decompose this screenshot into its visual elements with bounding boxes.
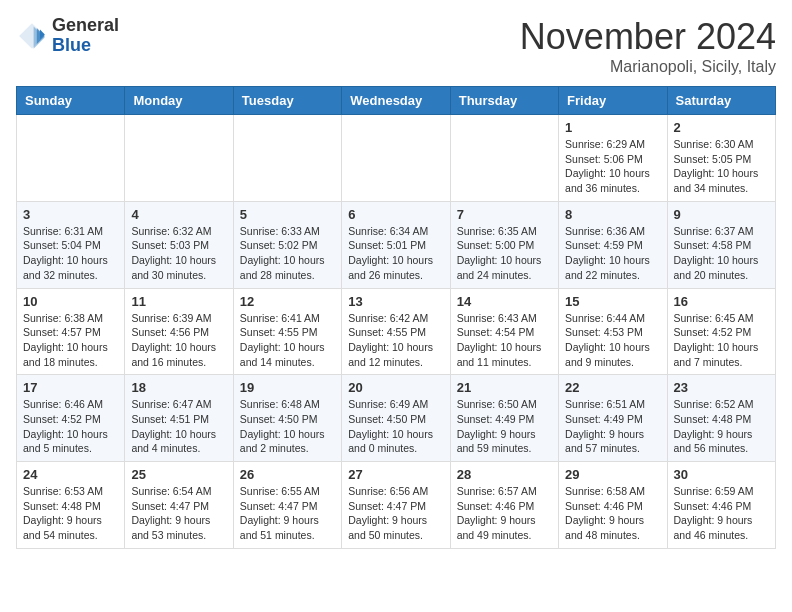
day-info: Sunrise: 6:33 AM Sunset: 5:02 PM Dayligh…: [240, 224, 335, 283]
day-info: Sunrise: 6:52 AM Sunset: 4:48 PM Dayligh…: [674, 397, 769, 456]
calendar-cell: 24Sunrise: 6:53 AM Sunset: 4:48 PM Dayli…: [17, 462, 125, 549]
calendar-cell: 3Sunrise: 6:31 AM Sunset: 5:04 PM Daylig…: [17, 201, 125, 288]
day-info: Sunrise: 6:57 AM Sunset: 4:46 PM Dayligh…: [457, 484, 552, 543]
day-info: Sunrise: 6:41 AM Sunset: 4:55 PM Dayligh…: [240, 311, 335, 370]
title-block: November 2024 Marianopoli, Sicily, Italy: [520, 16, 776, 76]
day-number: 22: [565, 380, 660, 395]
day-info: Sunrise: 6:59 AM Sunset: 4:46 PM Dayligh…: [674, 484, 769, 543]
calendar-cell: 27Sunrise: 6:56 AM Sunset: 4:47 PM Dayli…: [342, 462, 450, 549]
calendar-cell: 1Sunrise: 6:29 AM Sunset: 5:06 PM Daylig…: [559, 115, 667, 202]
day-number: 3: [23, 207, 118, 222]
calendar-cell: 19Sunrise: 6:48 AM Sunset: 4:50 PM Dayli…: [233, 375, 341, 462]
weekday-header-saturday: Saturday: [667, 87, 775, 115]
day-info: Sunrise: 6:54 AM Sunset: 4:47 PM Dayligh…: [131, 484, 226, 543]
day-info: Sunrise: 6:43 AM Sunset: 4:54 PM Dayligh…: [457, 311, 552, 370]
day-number: 7: [457, 207, 552, 222]
weekday-header-monday: Monday: [125, 87, 233, 115]
day-info: Sunrise: 6:36 AM Sunset: 4:59 PM Dayligh…: [565, 224, 660, 283]
day-info: Sunrise: 6:42 AM Sunset: 4:55 PM Dayligh…: [348, 311, 443, 370]
calendar-cell: 6Sunrise: 6:34 AM Sunset: 5:01 PM Daylig…: [342, 201, 450, 288]
calendar-cell: [450, 115, 558, 202]
calendar-cell: 2Sunrise: 6:30 AM Sunset: 5:05 PM Daylig…: [667, 115, 775, 202]
day-info: Sunrise: 6:30 AM Sunset: 5:05 PM Dayligh…: [674, 137, 769, 196]
day-number: 8: [565, 207, 660, 222]
logo-text: General Blue: [52, 16, 119, 56]
logo-icon: [16, 20, 48, 52]
day-number: 9: [674, 207, 769, 222]
weekday-header-tuesday: Tuesday: [233, 87, 341, 115]
day-number: 15: [565, 294, 660, 309]
calendar-cell: 12Sunrise: 6:41 AM Sunset: 4:55 PM Dayli…: [233, 288, 341, 375]
location: Marianopoli, Sicily, Italy: [520, 58, 776, 76]
day-number: 28: [457, 467, 552, 482]
calendar-cell: 7Sunrise: 6:35 AM Sunset: 5:00 PM Daylig…: [450, 201, 558, 288]
day-info: Sunrise: 6:34 AM Sunset: 5:01 PM Dayligh…: [348, 224, 443, 283]
calendar-week-row: 17Sunrise: 6:46 AM Sunset: 4:52 PM Dayli…: [17, 375, 776, 462]
day-info: Sunrise: 6:38 AM Sunset: 4:57 PM Dayligh…: [23, 311, 118, 370]
calendar-cell: 29Sunrise: 6:58 AM Sunset: 4:46 PM Dayli…: [559, 462, 667, 549]
day-number: 11: [131, 294, 226, 309]
day-number: 13: [348, 294, 443, 309]
day-number: 29: [565, 467, 660, 482]
calendar-cell: 15Sunrise: 6:44 AM Sunset: 4:53 PM Dayli…: [559, 288, 667, 375]
day-number: 25: [131, 467, 226, 482]
calendar-week-row: 24Sunrise: 6:53 AM Sunset: 4:48 PM Dayli…: [17, 462, 776, 549]
day-number: 19: [240, 380, 335, 395]
day-number: 12: [240, 294, 335, 309]
calendar-week-row: 1Sunrise: 6:29 AM Sunset: 5:06 PM Daylig…: [17, 115, 776, 202]
weekday-header-row: SundayMondayTuesdayWednesdayThursdayFrid…: [17, 87, 776, 115]
calendar-cell: [233, 115, 341, 202]
calendar-cell: 16Sunrise: 6:45 AM Sunset: 4:52 PM Dayli…: [667, 288, 775, 375]
day-number: 26: [240, 467, 335, 482]
weekday-header-sunday: Sunday: [17, 87, 125, 115]
day-number: 24: [23, 467, 118, 482]
month-title: November 2024: [520, 16, 776, 58]
day-number: 5: [240, 207, 335, 222]
day-info: Sunrise: 6:31 AM Sunset: 5:04 PM Dayligh…: [23, 224, 118, 283]
day-number: 1: [565, 120, 660, 135]
calendar-cell: [125, 115, 233, 202]
calendar-cell: 30Sunrise: 6:59 AM Sunset: 4:46 PM Dayli…: [667, 462, 775, 549]
day-number: 18: [131, 380, 226, 395]
calendar-cell: 4Sunrise: 6:32 AM Sunset: 5:03 PM Daylig…: [125, 201, 233, 288]
day-number: 21: [457, 380, 552, 395]
day-info: Sunrise: 6:47 AM Sunset: 4:51 PM Dayligh…: [131, 397, 226, 456]
day-info: Sunrise: 6:56 AM Sunset: 4:47 PM Dayligh…: [348, 484, 443, 543]
day-info: Sunrise: 6:44 AM Sunset: 4:53 PM Dayligh…: [565, 311, 660, 370]
day-info: Sunrise: 6:51 AM Sunset: 4:49 PM Dayligh…: [565, 397, 660, 456]
calendar-cell: 11Sunrise: 6:39 AM Sunset: 4:56 PM Dayli…: [125, 288, 233, 375]
calendar-cell: [342, 115, 450, 202]
day-number: 23: [674, 380, 769, 395]
calendar-table: SundayMondayTuesdayWednesdayThursdayFrid…: [16, 86, 776, 549]
day-info: Sunrise: 6:50 AM Sunset: 4:49 PM Dayligh…: [457, 397, 552, 456]
calendar-cell: 25Sunrise: 6:54 AM Sunset: 4:47 PM Dayli…: [125, 462, 233, 549]
weekday-header-thursday: Thursday: [450, 87, 558, 115]
calendar-cell: 8Sunrise: 6:36 AM Sunset: 4:59 PM Daylig…: [559, 201, 667, 288]
calendar-cell: 5Sunrise: 6:33 AM Sunset: 5:02 PM Daylig…: [233, 201, 341, 288]
day-number: 6: [348, 207, 443, 222]
calendar-cell: 14Sunrise: 6:43 AM Sunset: 4:54 PM Dayli…: [450, 288, 558, 375]
day-number: 10: [23, 294, 118, 309]
logo: General Blue: [16, 16, 119, 56]
day-info: Sunrise: 6:53 AM Sunset: 4:48 PM Dayligh…: [23, 484, 118, 543]
day-info: Sunrise: 6:46 AM Sunset: 4:52 PM Dayligh…: [23, 397, 118, 456]
page-header: General Blue November 2024 Marianopoli, …: [16, 16, 776, 76]
day-info: Sunrise: 6:39 AM Sunset: 4:56 PM Dayligh…: [131, 311, 226, 370]
day-number: 27: [348, 467, 443, 482]
day-number: 17: [23, 380, 118, 395]
calendar-cell: 18Sunrise: 6:47 AM Sunset: 4:51 PM Dayli…: [125, 375, 233, 462]
day-number: 20: [348, 380, 443, 395]
day-number: 4: [131, 207, 226, 222]
day-info: Sunrise: 6:35 AM Sunset: 5:00 PM Dayligh…: [457, 224, 552, 283]
calendar-cell: 26Sunrise: 6:55 AM Sunset: 4:47 PM Dayli…: [233, 462, 341, 549]
calendar-cell: 23Sunrise: 6:52 AM Sunset: 4:48 PM Dayli…: [667, 375, 775, 462]
calendar-cell: 13Sunrise: 6:42 AM Sunset: 4:55 PM Dayli…: [342, 288, 450, 375]
day-info: Sunrise: 6:32 AM Sunset: 5:03 PM Dayligh…: [131, 224, 226, 283]
day-info: Sunrise: 6:49 AM Sunset: 4:50 PM Dayligh…: [348, 397, 443, 456]
day-info: Sunrise: 6:45 AM Sunset: 4:52 PM Dayligh…: [674, 311, 769, 370]
day-number: 14: [457, 294, 552, 309]
calendar-cell: 21Sunrise: 6:50 AM Sunset: 4:49 PM Dayli…: [450, 375, 558, 462]
calendar-cell: [17, 115, 125, 202]
calendar-cell: 17Sunrise: 6:46 AM Sunset: 4:52 PM Dayli…: [17, 375, 125, 462]
day-info: Sunrise: 6:29 AM Sunset: 5:06 PM Dayligh…: [565, 137, 660, 196]
